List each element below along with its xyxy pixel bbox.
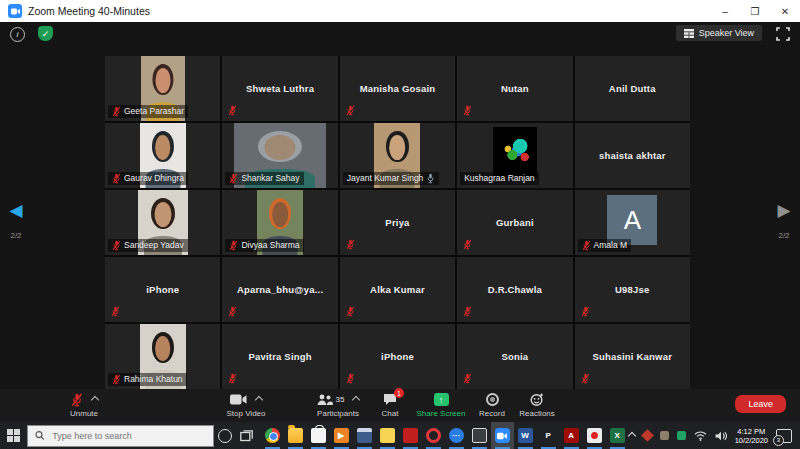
participant-tile[interactable]: Shweta Luthra <box>222 56 337 121</box>
close-button[interactable]: ✕ <box>770 0 800 22</box>
stop-video-chevron-icon[interactable] <box>255 395 263 403</box>
taskbar-app-word[interactable]: W <box>514 422 537 449</box>
media-player-icon: ▶ <box>334 428 349 443</box>
participant-tile[interactable]: Kushagraa Ranjan <box>457 123 572 188</box>
cortana-button[interactable] <box>214 422 235 449</box>
minimize-button[interactable]: – <box>710 0 740 22</box>
taskbar-app-opera[interactable] <box>422 422 445 449</box>
participant-tile[interactable]: U98Jse <box>575 257 690 322</box>
encryption-shield-icon[interactable]: ✓ <box>38 26 53 41</box>
participant-tile[interactable]: Pavitra Singh <box>222 324 337 389</box>
unmute-chevron-icon[interactable] <box>90 395 98 403</box>
mic-muted-icon <box>463 373 472 384</box>
participant-tile[interactable]: iPhone <box>340 324 455 389</box>
participant-tile[interactable]: Gaurav Dhingra <box>105 123 220 188</box>
participant-tile[interactable]: D.R.Chawla <box>457 257 572 322</box>
participant-tile[interactable]: Priya <box>340 190 455 255</box>
taskbar-app-powerpoint[interactable]: P <box>537 422 560 449</box>
share-screen-button[interactable]: ↑ Share Screen <box>406 392 476 418</box>
participant-tile[interactable]: Shankar Sahay <box>222 123 337 188</box>
store-icon <box>311 428 326 443</box>
maximize-button[interactable]: ❐ <box>740 0 770 22</box>
search-input[interactable] <box>50 430 206 442</box>
taskbar-app-excel[interactable]: X <box>606 422 629 449</box>
participants-button[interactable]: 35 Participants <box>298 392 378 418</box>
reactions-button[interactable]: Reactions <box>508 392 566 418</box>
mic-muted-icon <box>581 306 590 317</box>
participant-tile[interactable]: Geeta Parashar <box>105 56 220 121</box>
unmute-button[interactable]: Unmute <box>48 392 120 418</box>
participant-tile[interactable]: Nutan <box>457 56 572 121</box>
participant-name: Aparna_bhu@ya... <box>222 257 337 322</box>
clock-time: 4:12 PM <box>737 427 765 436</box>
taskbar-app-acrobat[interactable]: A <box>560 422 583 449</box>
tray-app-icon-1[interactable] <box>641 429 654 442</box>
task-view-icon <box>240 430 253 442</box>
participants-chevron-icon[interactable] <box>352 395 360 403</box>
tray-app-icon-2[interactable] <box>660 431 669 440</box>
chat-button[interactable]: 1 Chat <box>372 392 408 418</box>
participant-name: U98Jse <box>575 257 690 322</box>
previous-page-arrow-icon[interactable]: ◀ <box>4 202 28 219</box>
participant-tile[interactable]: Gurbani <box>457 190 572 255</box>
start-button[interactable] <box>0 422 27 449</box>
participant-tile[interactable]: Anil Dutta <box>575 56 690 121</box>
mic-muted-icon <box>581 373 590 384</box>
speaker-view-button[interactable]: Speaker View <box>676 25 762 41</box>
participant-tile[interactable]: Divyaa Sharma <box>222 190 337 255</box>
participant-tile[interactable]: Suhasini Kanwar <box>575 324 690 389</box>
fullscreen-icon[interactable] <box>776 27 790 41</box>
participant-name-label: Sandeep Yadav <box>108 239 188 252</box>
participant-name-label: Gaurav Dhingra <box>108 172 188 185</box>
participant-tile[interactable]: shaista akhtar <box>575 123 690 188</box>
share-screen-label: Share Screen <box>417 409 466 418</box>
taskbar-app-zoom[interactable] <box>491 422 514 449</box>
participant-tile[interactable]: Rahima Khatun <box>105 324 220 389</box>
participant-tile[interactable]: Alka Kumar <box>340 257 455 322</box>
stop-video-button[interactable]: Stop Video <box>200 392 292 418</box>
system-tray: 4:12 PM 10/2/2020 3 <box>629 427 800 445</box>
participant-tile[interactable]: iPhone <box>105 257 220 322</box>
mic-muted-icon <box>346 373 355 384</box>
taskbar-app-pdf-viewer[interactable] <box>583 422 606 449</box>
participant-avatar-image <box>493 127 537 177</box>
participant-name: Kushagraa Ranjan <box>464 173 534 184</box>
participant-name: iPhone <box>105 257 220 322</box>
taskbar-app-messaging[interactable]: ··· <box>445 422 468 449</box>
taskbar-app-chrome[interactable] <box>261 422 284 449</box>
participant-tile[interactable]: Sandeep Yadav <box>105 190 220 255</box>
taskbar-app-file-explorer[interactable] <box>284 422 307 449</box>
action-center-icon[interactable]: 3 <box>776 429 792 443</box>
participant-tile[interactable]: Manisha Gosain <box>340 56 455 121</box>
taskbar-app-store[interactable] <box>307 422 330 449</box>
leave-button[interactable]: Leave <box>735 395 786 413</box>
taskbar-apps: ▶···WPAX <box>261 422 629 449</box>
zoom-icon <box>495 428 510 443</box>
taskbar-app-pdf-reader[interactable] <box>399 422 422 449</box>
next-page-arrow-icon[interactable]: ▶ <box>772 202 796 219</box>
tray-app-icon-3[interactable] <box>677 431 686 440</box>
taskbar-app-calculator[interactable] <box>353 422 376 449</box>
tray-expand-chevron-icon[interactable] <box>627 431 635 439</box>
wifi-icon[interactable] <box>694 431 707 441</box>
taskbar-app-media-player[interactable]: ▶ <box>330 422 353 449</box>
page-indicator: 2/2 <box>778 231 789 240</box>
taskbar-app-sticky-notes[interactable] <box>376 422 399 449</box>
volume-icon[interactable] <box>715 431 727 441</box>
participant-name: Manisha Gosain <box>340 56 455 121</box>
participant-tile[interactable]: AAmala M <box>575 190 690 255</box>
taskbar-search[interactable] <box>27 425 215 447</box>
meeting-info-icon[interactable]: i <box>10 27 25 42</box>
participant-name: Gaurav Dhingra <box>124 173 184 184</box>
participant-tile[interactable]: Aparna_bhu@ya... <box>222 257 337 322</box>
taskbar-app-screen-snip[interactable] <box>468 422 491 449</box>
participant-tile[interactable]: Sonia <box>457 324 572 389</box>
participant-tile[interactable]: Jayant Kumar Singh <box>340 123 455 188</box>
mic-muted-icon <box>229 240 238 251</box>
participant-name: shaista akhtar <box>575 123 690 188</box>
mic-muted-icon <box>463 239 472 250</box>
window-controls: – ❐ ✕ <box>710 0 800 22</box>
task-view-button[interactable] <box>235 422 256 449</box>
taskbar-clock[interactable]: 4:12 PM 10/2/2020 <box>735 427 768 445</box>
participant-name-label: Amala M <box>578 239 632 252</box>
